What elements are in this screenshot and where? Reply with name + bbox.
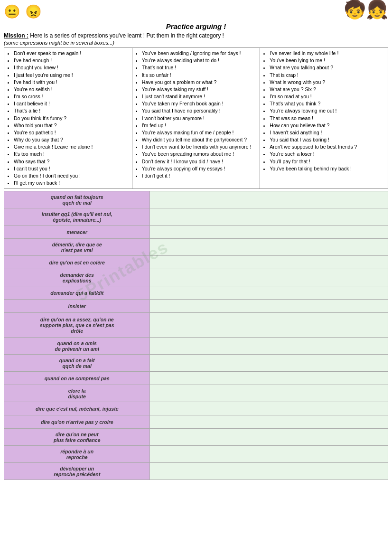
category-label-7: demander qui a fait/dit — [4, 286, 150, 300]
category-row-15: dire qu'on n'arrive pas y croire — [4, 415, 388, 429]
list-item: I've never lied in my whole life ! — [270, 50, 385, 56]
list-item: You're always deciding what to do ! — [142, 57, 257, 64]
list-item: Why do you say that ? — [14, 136, 129, 143]
list-item: I'm so cross ! — [14, 93, 129, 100]
list-item: You said that I have no personality ! — [142, 107, 257, 114]
category-label-18: développer unreproche précédent — [4, 463, 150, 480]
header-left: 😐 😠 — [4, 4, 331, 21]
list-item: What are you ? Six ? — [270, 86, 385, 93]
list-item: You've been spreading rumors about me ! — [142, 151, 257, 157]
category-label-10: quand on a omisde prévenir un ami — [4, 338, 150, 355]
category-content-7 — [150, 286, 388, 300]
list-item: I won't bother you anymore ! — [142, 115, 257, 122]
mission-label: Mission : — [4, 32, 28, 39]
category-row-2: insulter qq1 (dire qu'il est nul,égoïste… — [4, 208, 388, 226]
category-row-18: développer unreproche précédent — [4, 463, 388, 480]
face-icon-2: 😠 — [25, 4, 42, 19]
categories-table: quand on fait toujoursqqch de mal insult… — [4, 191, 388, 480]
list-item: I've had enough ! — [14, 57, 129, 64]
category-label-11: quand on a faitqqch de mal — [4, 355, 150, 372]
category-row-6: demander desexplications — [4, 269, 388, 286]
list-item: Who told you that ? — [14, 122, 129, 129]
list-item: You're always copying off my essays ! — [142, 165, 257, 172]
category-row-13: clore ladispute — [4, 385, 388, 402]
list-item: I don't get it ! — [142, 172, 257, 179]
list-item: Aren't we supposed to be best friends ? — [270, 143, 385, 150]
face-icon-1: 😐 — [4, 4, 20, 19]
list-item: You've taken my French book again ! — [142, 100, 257, 107]
category-label-4: démentir, dire que cen'est pas vrai — [4, 239, 150, 256]
list-item: What is wrong with you ? — [270, 79, 385, 85]
category-content-9 — [150, 313, 388, 338]
list-item: Go on then ! I don't need you ! — [14, 172, 129, 179]
list-item: I don't even want to be friends with you… — [142, 143, 257, 150]
list-item: That was so mean ! — [270, 115, 385, 122]
expressions-col-1: Don't ever speak to me again ! I've had … — [4, 48, 132, 189]
list-item: That is crap ! — [270, 72, 385, 78]
list-item: I cant believe it ! — [14, 100, 129, 107]
expressions-table: Don't ever speak to me again ! I've had … — [4, 47, 388, 189]
list-item: You're always making fun of me / people … — [142, 129, 257, 136]
category-row-3: menacer — [4, 226, 388, 239]
category-content-11 — [150, 355, 388, 372]
category-content-2 — [150, 208, 388, 226]
list-item: Who says that ? — [14, 158, 129, 165]
list-item: I'm fed up ! — [142, 122, 257, 129]
list-item: I've had it with you ! — [14, 79, 129, 85]
expressions-list-1: Don't ever speak to me again ! I've had … — [7, 50, 129, 186]
category-label-5: dire qu'on est en colère — [4, 256, 150, 269]
expressions-row: Don't ever speak to me again ! I've had … — [4, 48, 388, 189]
list-item: That's not true ! — [142, 64, 257, 71]
category-row-17: répondre à unreproche — [4, 446, 388, 463]
category-label-6: demander desexplications — [4, 269, 150, 286]
category-label-2: insulter qq1 (dire qu'il est nul,égoïste… — [4, 208, 150, 226]
category-label-13: clore ladispute — [4, 385, 150, 402]
list-item: I'm so mad at you ! — [270, 93, 385, 100]
list-item: I just feel you're using me ! — [14, 72, 129, 78]
category-content-5 — [150, 256, 388, 269]
expressions-col-2: You've been avoiding / ignoring me for d… — [132, 48, 260, 189]
list-item: How can you believe that ? — [270, 122, 385, 129]
expressions-list-2: You've been avoiding / ignoring me for d… — [135, 50, 257, 179]
list-item: That's a lie ! — [14, 107, 129, 114]
list-item: Give me a break ! Leave me alone ! — [14, 143, 129, 150]
expressions-list-3: I've never lied in my whole life ! You'v… — [263, 50, 385, 172]
list-item: You said that I was boring ! — [270, 136, 385, 143]
list-item: You're always leaving me out ! — [270, 107, 385, 114]
category-label-16: dire qu'on ne peutplus faire confiance — [4, 429, 150, 446]
list-item: Do you think it's funny ? — [14, 115, 129, 122]
mission-text: Here is a series of expressions you've l… — [30, 32, 224, 39]
list-item: I'll get my own back ! — [14, 179, 129, 186]
list-item: You've been talking behind my back ! — [270, 165, 385, 172]
category-row-9: dire qu'on en a assez, qu'on nesupporte … — [4, 313, 388, 338]
category-content-15 — [150, 415, 388, 429]
category-content-14 — [150, 402, 388, 415]
category-content-1 — [150, 191, 388, 208]
category-content-18 — [150, 463, 388, 480]
category-content-6 — [150, 269, 388, 286]
category-row-8: insister — [4, 300, 388, 313]
category-row-16: dire qu'on ne peutplus faire confiance — [4, 429, 388, 446]
category-content-13 — [150, 385, 388, 402]
category-label-15: dire qu'on n'arrive pas y croire — [4, 415, 150, 429]
category-row-4: démentir, dire que cen'est pas vrai — [4, 239, 388, 256]
list-item: That's what you think ? — [270, 100, 385, 107]
list-item: You're so pathetic ! — [14, 129, 129, 136]
list-item: Have you got a problem or what ? — [142, 79, 257, 85]
header-area: 😐 😠 🧒👧 — [4, 4, 388, 21]
header-chars: 🧒👧 — [331, 4, 388, 20]
category-content-3 — [150, 226, 388, 239]
category-row-11: quand on a faitqqch de mal — [4, 355, 388, 372]
category-content-8 — [150, 300, 388, 313]
expressions-col-3: I've never lied in my whole life ! You'v… — [260, 48, 388, 189]
list-item: You're so selfish ! — [14, 86, 129, 93]
page-title: Practice arguing ! — [4, 22, 388, 30]
list-item: You've been lying to me ! — [270, 57, 385, 64]
category-row-5: dire qu'on est en colère — [4, 256, 388, 269]
character-icons: 🧒👧 — [344, 0, 388, 20]
list-item: What are you talking about ? — [270, 64, 385, 71]
page: 5Printables 😐 😠 🧒👧 Practice arguing ! Mi… — [0, 0, 392, 484]
list-item: You'll pay for that ! — [270, 158, 385, 165]
list-item: I just can't stand it anymore ! — [142, 93, 257, 100]
list-item: You're always taking my stuff ! — [142, 86, 257, 93]
